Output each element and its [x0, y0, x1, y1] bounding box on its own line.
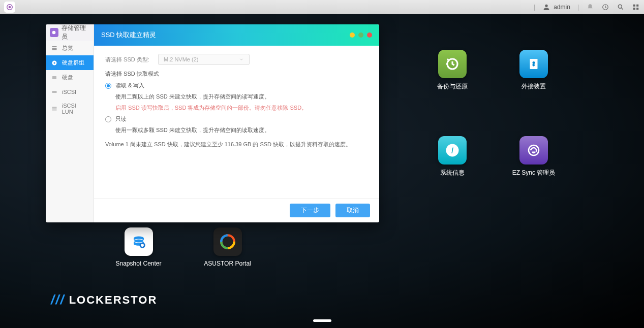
window-sidebar: 存储管理员 总览 硬盘群组 硬盘 — [46, 24, 94, 222]
sidebar-label: 硬盘 — [62, 74, 73, 81]
backup-restore-icon — [438, 50, 467, 78]
desktop-icon-ezsync[interactable]: EZ Sync 管理员 — [498, 136, 569, 177]
overview-icon — [51, 45, 58, 52]
sidebar-label: 总览 — [62, 44, 73, 52]
window-title: 存储管理员 — [62, 24, 89, 41]
svg-point-28 — [54, 62, 55, 63]
desktop-icon-external[interactable]: 外接装置 — [498, 50, 569, 91]
ro-description: 使用一颗或多颗 SSD 来建立快取，提升存储空间的读取速度。 — [115, 126, 368, 135]
sidebar-label: 硬盘群组 — [62, 59, 84, 67]
system-topbar: | admin | — [0, 0, 644, 14]
disk-icon — [51, 74, 58, 81]
storage-manager-window: 存储管理员 总览 硬盘群组 硬盘 — [46, 24, 379, 222]
radio-icon — [105, 83, 111, 89]
radio-label: 读取 & 写入 — [115, 82, 144, 89]
svg-rect-32 — [52, 109, 56, 110]
sidebar-item-iscsi-lun[interactable]: iSCSI LUN — [46, 99, 94, 118]
ssd-cache-wizard: SSD 快取建立精灵 请选择 SSD 类型: M.2 NVMe (2) — [94, 24, 379, 222]
svg-point-4 — [618, 5, 622, 8]
storage-manager-icon — [50, 28, 58, 37]
cache-mode-label: 请选择 SSD 快取模式 — [105, 70, 368, 78]
svg-point-11 — [533, 61, 535, 64]
search-icon[interactable] — [617, 3, 625, 11]
radio-icon — [105, 116, 111, 122]
wizard-footer: 下一步 取消 — [94, 198, 379, 222]
svg-rect-29 — [52, 76, 56, 79]
sidebar-item-volume[interactable]: 硬盘群组 — [46, 55, 94, 70]
rw-description: 使用二颗以上的 SSD 来建立快取，提升存储空间的读写速度。 — [115, 92, 368, 102]
ssd-type-label: 请选择 SSD 类型: — [105, 56, 151, 63]
svg-rect-25 — [52, 48, 57, 49]
svg-point-23 — [52, 31, 56, 35]
sidebar-label: iSCSI — [62, 89, 76, 95]
svg-rect-5 — [633, 4, 635, 6]
snapshot-icon — [125, 227, 153, 256]
select-value: M.2 NVMe (2) — [164, 56, 198, 62]
app-launcher-icon[interactable] — [4, 2, 15, 13]
notification-icon[interactable] — [586, 3, 594, 11]
desktop: 备份与还原 外接装置 i 系统信息 EZ Sync 管理员 S — [0, 14, 644, 328]
system-info-icon: i — [438, 136, 467, 165]
iscsi-lun-icon — [51, 105, 58, 112]
icon-label: ASUSTOR Portal — [204, 260, 251, 267]
svg-point-1 — [9, 6, 11, 8]
sidebar-item-overview[interactable]: 总览 — [46, 41, 94, 55]
desktop-icon-backup[interactable]: 备份与还原 — [417, 50, 488, 91]
svg-rect-30 — [52, 91, 57, 93]
svg-rect-31 — [52, 107, 56, 108]
next-button[interactable]: 下一步 — [290, 204, 330, 217]
chevron-down-icon — [239, 57, 244, 62]
brand-slashes-icon: /// — [51, 292, 65, 308]
desktop-icon-sysinfo[interactable]: i 系统信息 — [417, 136, 488, 177]
sidebar-item-disk[interactable]: 硬盘 — [46, 70, 94, 85]
wizard-body: 请选择 SSD 类型: M.2 NVMe (2) 请选择 SSD 快取模式 读取… — [94, 46, 379, 198]
radio-read-write[interactable]: 读取 & 写入 — [105, 82, 368, 89]
icon-label: 系统信息 — [440, 169, 465, 177]
svg-rect-8 — [636, 8, 638, 10]
external-device-icon — [519, 50, 548, 78]
svg-rect-6 — [636, 4, 638, 6]
user-icon — [542, 3, 550, 11]
svg-rect-24 — [52, 46, 57, 47]
icon-label: 备份与还原 — [437, 82, 468, 91]
svg-point-2 — [545, 4, 548, 7]
icon-label: Snapshot Center — [115, 260, 161, 267]
ssd-type-select[interactable]: M.2 NVMe (2) — [158, 54, 250, 65]
iscsi-icon — [51, 88, 58, 95]
window-title-bar[interactable]: 存储管理员 — [46, 24, 94, 41]
maximize-button[interactable] — [358, 32, 363, 38]
volume-icon — [51, 59, 58, 67]
dock-handle[interactable] — [313, 319, 331, 322]
svg-rect-33 — [52, 110, 56, 111]
svg-rect-26 — [52, 49, 57, 50]
cancel-button[interactable]: 取消 — [335, 204, 370, 217]
portal-icon — [213, 227, 242, 256]
icon-label: 外接装置 — [522, 82, 546, 91]
user-menu[interactable]: admin — [542, 3, 570, 11]
wizard-header[interactable]: SSD 快取建立精灵 — [94, 24, 379, 46]
window-controls — [350, 32, 372, 38]
brand-logo: /// LOCKERSTOR — [51, 292, 157, 308]
desktop-icon-portal[interactable]: ASUSTOR Portal — [188, 227, 267, 267]
widgets-icon[interactable] — [632, 3, 640, 11]
rw-warning: 启用 SSD 读写快取后，SSD 将成为存储空间的一部份。请勿任意移除 SSD。 — [115, 104, 368, 113]
sidebar-item-iscsi[interactable]: iSCSI — [46, 85, 94, 99]
brand-text: LOCKERSTOR — [69, 293, 158, 307]
radio-label: 只读 — [115, 115, 127, 123]
radio-read-only[interactable]: 只读 — [105, 115, 368, 123]
sidebar-label: iSCSI LUN — [62, 103, 88, 115]
svg-point-18 — [141, 244, 144, 247]
svg-rect-7 — [633, 8, 635, 10]
user-label: admin — [554, 4, 570, 11]
recommendation-text: Volume 1 尚未建立 SSD 快取，建议您建立至少 116.39 GB 的… — [105, 140, 368, 149]
tools-icon[interactable] — [601, 3, 609, 11]
minimize-button[interactable] — [350, 32, 355, 38]
wizard-title: SSD 快取建立精灵 — [101, 30, 156, 40]
desktop-icon-snapshot[interactable]: Snapshot Center — [99, 227, 178, 267]
svg-point-14 — [529, 145, 539, 155]
icon-label: EZ Sync 管理员 — [512, 169, 556, 177]
close-button[interactable] — [367, 32, 372, 38]
ez-sync-icon — [519, 136, 548, 165]
